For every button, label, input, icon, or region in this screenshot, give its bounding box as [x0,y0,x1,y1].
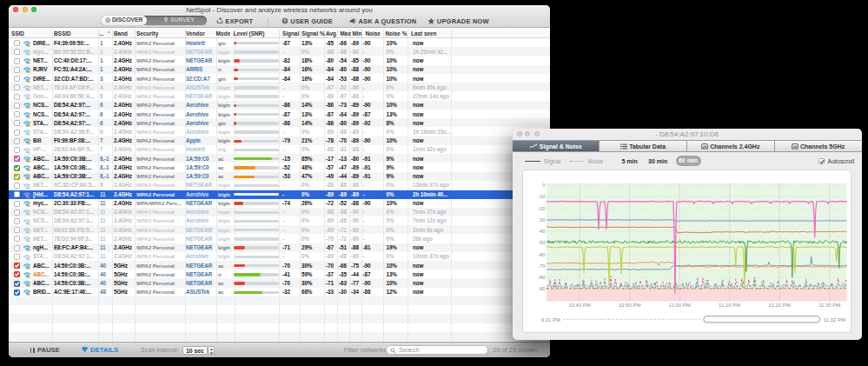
svg-text:11:32 PM: 11:32 PM [824,316,845,322]
svg-text:?: ? [283,18,286,23]
svg-text:-30: -30 [538,216,546,222]
svg-text:-10: -10 [538,194,546,199]
svg-text:-40: -40 [538,229,546,234]
svg-text:-70: -70 [538,263,546,268]
svg-text:9:21 PM: 9:21 PM [541,316,560,322]
svg-text:11:30 PM: 11:30 PM [818,303,840,308]
svg-text:11:20 PM: 11:20 PM [768,303,790,308]
svg-text:-80: -80 [538,275,546,280]
svg-text:-20: -20 [538,205,546,210]
svg-text:-60: -60 [538,251,546,256]
svg-text:0: 0 [542,183,546,188]
svg-text:-90: -90 [538,286,546,291]
svg-text:10:50 PM: 10:50 PM [619,303,641,308]
svg-text:10:40 PM: 10:40 PM [568,303,591,308]
svg-text:11:00 PM: 11:00 PM [668,303,690,308]
svg-text:-50: -50 [538,240,546,245]
svg-text:11:10 PM: 11:10 PM [719,303,740,308]
